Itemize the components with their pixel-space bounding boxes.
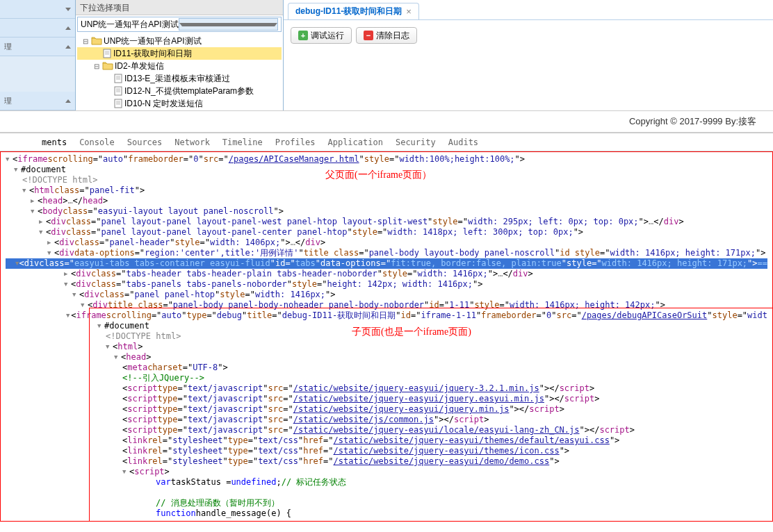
chevron-up-icon: [65, 26, 71, 30]
annotation-parent: 父页面(一个iframe页面）: [325, 169, 432, 180]
annotation-child: 子页面(也是一个iframe页面): [352, 326, 471, 337]
svg-rect-12: [115, 99, 122, 108]
chevron-down-icon: [65, 8, 71, 11]
clear-label: 清除日志: [376, 30, 409, 42]
dom-tree[interactable]: ▼<iframe scrolling="auto" frameborder="0…: [0, 151, 773, 522]
accordion-item-2[interactable]: 理: [0, 38, 75, 56]
tree-node-4[interactable]: ID12-N_不提供templateParam参数: [77, 85, 282, 97]
left-accordion: 理 理: [0, 0, 75, 110]
tree-node-5[interactable]: ID10-N 定时发送短信: [77, 97, 282, 110]
tree-label: ID10-N 定时发送短信: [124, 98, 203, 110]
devtools-tab-console[interactable]: Console: [79, 138, 115, 147]
tree-label: ID12-N_不提供templateParam参数: [124, 85, 254, 97]
tabs-bar: debug-ID11-获取时间和日期 ×: [284, 0, 773, 19]
minus-icon: −: [364, 31, 373, 40]
file-icon: [102, 49, 112, 58]
devtools-tab-security[interactable]: Security: [396, 138, 436, 147]
file-icon: [113, 99, 123, 108]
toggle-icon[interactable]: ⊟: [80, 38, 91, 45]
close-icon[interactable]: ×: [406, 6, 412, 17]
tree-panel: 下拉选择项目 UNP统一通知平台API测试 ⊟UNP统一通知平台API测试ID1…: [75, 0, 284, 110]
devtools-tab-sources[interactable]: Sources: [127, 138, 163, 147]
tree-label: ID13-E_渠道模板未审核通过: [124, 73, 230, 85]
project-select-value: UNP统一通知平台API测试: [81, 19, 179, 31]
copyright: Copyright © 2017-9999 By:接客: [0, 111, 773, 132]
devtools: mentsConsoleSourcesNetworkTimelineProfil…: [0, 132, 773, 522]
svg-rect-8: [115, 87, 122, 95]
run-debug-button[interactable]: + 调试运行: [291, 27, 352, 44]
tab-debug[interactable]: debug-ID11-获取时间和日期 ×: [288, 3, 419, 19]
file-icon: [113, 74, 123, 83]
file-icon: [113, 86, 123, 96]
tree-label: ID11-获取时间和日期: [113, 48, 192, 60]
folder-icon: [102, 61, 113, 71]
run-label: 调试运行: [311, 30, 344, 42]
svg-rect-0: [104, 49, 111, 58]
toggle-icon[interactable]: ⊟: [91, 63, 102, 70]
tree-node-0[interactable]: ⊟UNP统一通知平台API测试: [77, 35, 282, 47]
tab-title: debug-ID11-获取时间和日期: [295, 6, 402, 17]
tree-label: UNP统一通知平台API测试: [104, 35, 202, 47]
folder-icon: [91, 36, 102, 46]
accordion-item-0[interactable]: [0, 0, 75, 19]
tree-node-2[interactable]: ⊟ID2-单发短信: [77, 60, 282, 72]
project-select[interactable]: UNP统一通知平台API测试: [77, 17, 282, 32]
devtools-tabs: mentsConsoleSourcesNetworkTimelineProfil…: [0, 133, 773, 151]
devtools-tab-application[interactable]: Application: [327, 138, 382, 147]
devtools-tab-timeline[interactable]: Timeline: [222, 138, 263, 147]
clear-log-button[interactable]: − 清除日志: [356, 27, 417, 44]
devtools-tab-network[interactable]: Network: [174, 138, 210, 147]
devtools-tab-profiles[interactable]: Profiles: [275, 138, 316, 147]
plus-icon: +: [298, 31, 308, 40]
svg-rect-4: [115, 74, 122, 83]
devtools-tab-ments[interactable]: ments: [42, 138, 67, 147]
tree-node-3[interactable]: ID13-E_渠道模板未审核通过: [77, 72, 282, 85]
tree-body: ⊟UNP统一通知平台API测试ID11-获取时间和日期⊟ID2-单发短信ID13…: [76, 33, 283, 110]
dropdown-arrow-icon: [179, 18, 278, 31]
chevron-up-icon: [65, 45, 71, 49]
tree-node-1[interactable]: ID11-获取时间和日期: [77, 47, 282, 60]
accordion-item-1[interactable]: [0, 19, 75, 38]
devtools-tab-audits[interactable]: Audits: [448, 138, 478, 147]
accordion-item-3[interactable]: 理: [0, 92, 75, 110]
tree-header: 下拉选择项目: [76, 0, 283, 15]
main-panel: debug-ID11-获取时间和日期 × + 调试运行 − 清除日志: [284, 0, 773, 110]
tree-label: ID2-单发短信: [115, 60, 164, 72]
chevron-up-icon: [65, 99, 71, 103]
